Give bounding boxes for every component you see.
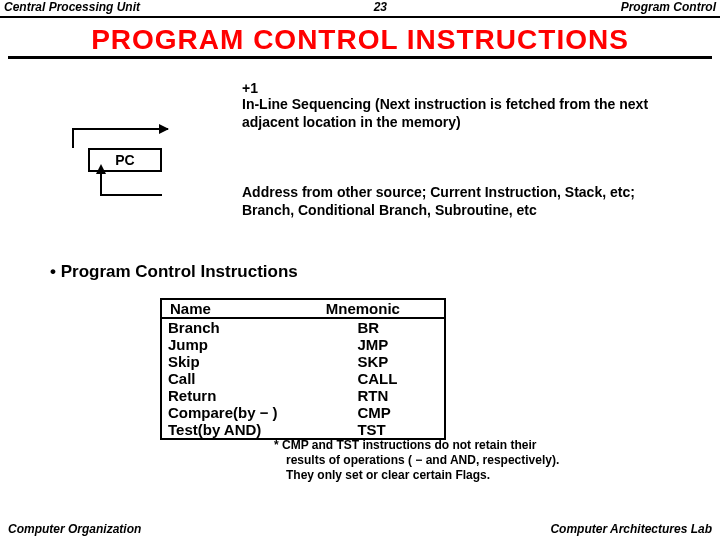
arrow-top xyxy=(62,128,168,148)
bullet-heading: • Program Control Instructions xyxy=(50,262,298,282)
footnote: * CMP and TST instructions do not retain… xyxy=(274,438,680,483)
footnote-line2: results of operations ( − and AND, respe… xyxy=(274,453,680,468)
table-row: JumpJMP xyxy=(162,336,444,353)
footer-left: Computer Organization xyxy=(8,522,141,536)
plus-one-label: +1 xyxy=(242,80,258,96)
title-rule xyxy=(8,56,712,59)
footnote-line1: * CMP and TST instructions do not retain… xyxy=(274,438,536,452)
instruction-table: Name Mnemonic BranchBR JumpJMP SkipSKP C… xyxy=(160,298,446,440)
header-left: Central Processing Unit xyxy=(4,0,140,16)
table-row: SkipSKP xyxy=(162,353,444,370)
table-row: ReturnRTN xyxy=(162,387,444,404)
table-row: CallCALL xyxy=(162,370,444,387)
footer-bar: Computer Organization Computer Architect… xyxy=(0,522,720,536)
table-row: BranchBR xyxy=(162,319,444,336)
footnote-line3: They only set or clear certain Flags. xyxy=(274,468,680,483)
table-header-row: Name Mnemonic xyxy=(162,300,444,319)
header-right: Program Control xyxy=(621,0,716,16)
table-header-name: Name xyxy=(162,300,320,317)
header-center: 23 xyxy=(374,0,387,16)
arrow-bottom xyxy=(100,172,160,198)
footer-right: Computer Architectures Lab xyxy=(550,522,712,536)
table-header-mnemonic: Mnemonic xyxy=(320,300,444,317)
inline-sequencing-text: In-Line Sequencing (Next instruction is … xyxy=(242,96,680,131)
address-source-text: Address from other source; Current Instr… xyxy=(242,184,680,219)
table-row: Compare(by − )CMP xyxy=(162,404,444,421)
header-bar: Central Processing Unit 23 Program Contr… xyxy=(0,0,720,18)
table-row: Test(by AND)TST xyxy=(162,421,444,438)
slide-title: PROGRAM CONTROL INSTRUCTIONS xyxy=(0,18,720,58)
slide: Central Processing Unit 23 Program Contr… xyxy=(0,0,720,540)
